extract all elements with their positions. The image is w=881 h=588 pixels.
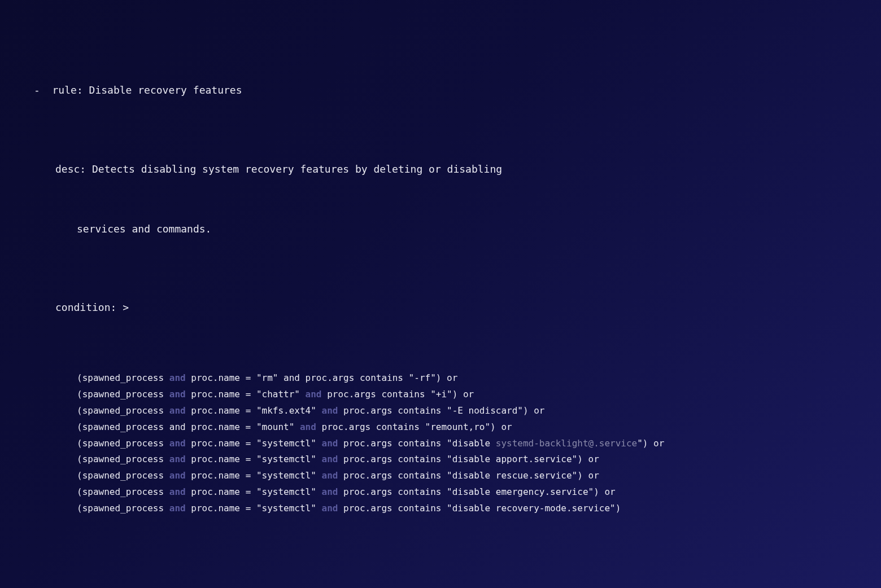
- and-keyword: and: [322, 438, 338, 449]
- condition-line: (spawned_process and proc.name = "rm" an…: [77, 370, 847, 387]
- and-keyword: and: [322, 405, 338, 416]
- rule-line: - rule: Disable recovery features: [34, 82, 847, 99]
- and-keyword: and: [169, 503, 186, 514]
- condition-line: (spawned_process and proc.name = "system…: [77, 451, 847, 468]
- desc-value-2: services and commands.: [77, 223, 211, 235]
- and-keyword: and: [169, 389, 186, 400]
- dash-char: -: [34, 84, 40, 96]
- desc-value-1: Detects disabling system recovery featur…: [92, 163, 502, 175]
- and-keyword: and: [169, 405, 186, 416]
- dimmed-service-name: systemd-backlight@.service: [496, 438, 637, 449]
- condition-key: condition: >: [55, 301, 129, 313]
- and-keyword: and: [322, 454, 338, 464]
- and-keyword: and: [169, 438, 186, 449]
- condition-line: (spawned_process and proc.name = "mount"…: [77, 419, 847, 436]
- and-keyword: and: [322, 486, 338, 497]
- condition-block: (spawned_process and proc.name = "rm" an…: [77, 370, 847, 516]
- and-keyword: and: [169, 454, 186, 464]
- condition-key-line: condition: >: [55, 300, 847, 316]
- desc-line: desc: Detects disabling system recovery …: [55, 161, 847, 178]
- and-keyword: and: [306, 389, 322, 400]
- rule-value: Disable recovery features: [89, 84, 242, 96]
- condition-line: (spawned_process and proc.name = "chattr…: [77, 387, 847, 403]
- condition-line: (spawned_process and proc.name = "system…: [77, 501, 847, 517]
- desc-line-2: services and commands.: [77, 221, 847, 238]
- condition-line: (spawned_process and proc.name = "mkfs.e…: [77, 403, 847, 419]
- condition-line: (spawned_process and proc.name = "system…: [77, 436, 847, 452]
- rule-key: rule:: [53, 84, 83, 96]
- and-keyword: and: [322, 503, 338, 514]
- and-keyword: and: [322, 470, 338, 481]
- desc-key: desc:: [55, 163, 86, 175]
- and-keyword: and: [169, 486, 186, 497]
- and-keyword: and: [300, 422, 316, 432]
- condition-line: (spawned_process and proc.name = "system…: [77, 468, 847, 484]
- condition-line: (spawned_process and proc.name = "system…: [77, 484, 847, 501]
- and-keyword: and: [169, 372, 186, 383]
- yaml-rule-block: - rule: Disable recovery features desc: …: [34, 34, 847, 588]
- and-keyword: and: [169, 470, 186, 481]
